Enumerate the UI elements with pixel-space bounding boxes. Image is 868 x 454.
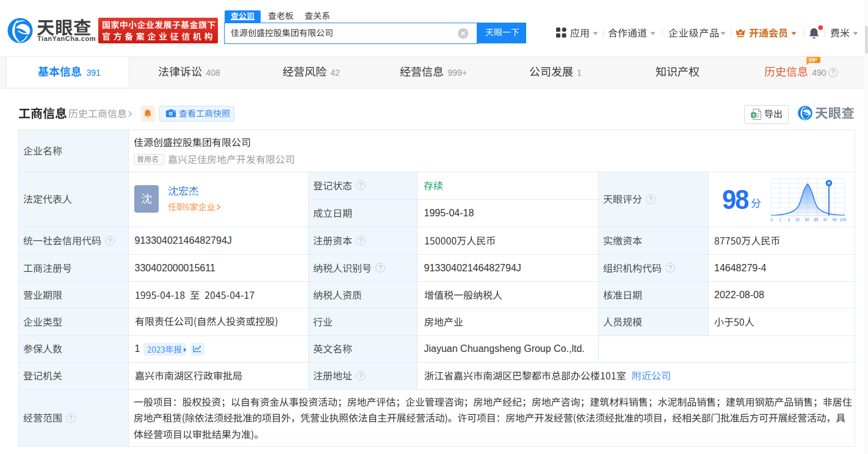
svg-text:85: 85 (814, 218, 819, 222)
svg-text:?: ? (69, 414, 73, 421)
svg-text:15: 15 (795, 218, 800, 222)
svg-text:0: 0 (770, 218, 773, 222)
svg-text:?: ? (359, 181, 363, 189)
svg-text:50: 50 (805, 218, 809, 222)
svg-text:?: ? (378, 264, 382, 271)
svg-text:?: ? (649, 195, 653, 202)
svg-text:?: ? (108, 236, 112, 244)
svg-text:?: ? (359, 372, 363, 379)
svg-text:X: X (752, 112, 755, 117)
svg-text:100: 100 (840, 218, 847, 222)
svg-text:99: 99 (832, 218, 837, 222)
svg-text:3: 3 (787, 218, 790, 222)
svg-text:?: ? (831, 69, 835, 76)
svg-text:VIP: VIP (809, 57, 817, 63)
svg-text:?: ? (668, 264, 672, 271)
svg-text:?: ? (359, 236, 363, 244)
svg-text:1: 1 (779, 218, 781, 222)
svg-text:97: 97 (823, 218, 828, 222)
